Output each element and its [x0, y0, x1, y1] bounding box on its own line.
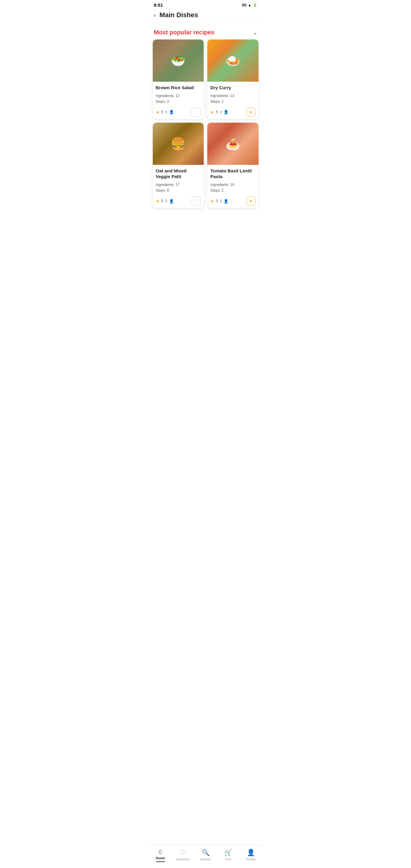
network-icon: 3G: [242, 3, 247, 7]
recipe-body: Dry Curry Ingredients: 13Steps: 2 ★ 5 1 …: [207, 82, 258, 119]
person-icon: 👤: [224, 110, 228, 114]
recipe-stats: ★ 5 1 👤: [210, 198, 228, 204]
section-header: Most popular recipes ⌄: [149, 23, 262, 39]
heart-icon: ♥: [250, 198, 252, 204]
recipe-image-oat-veggie: 🍔: [153, 123, 204, 165]
heart-icon: ♡: [194, 198, 198, 204]
recipe-body: Tomato Basil Lentil Pasta Ingredients: 1…: [207, 165, 258, 208]
person-icon: 👤: [169, 199, 174, 204]
rating-count: 5: [161, 110, 164, 114]
page-title: Main Dishes: [159, 11, 198, 19]
rating-count: 5: [216, 110, 218, 114]
recipe-stats: ★ 5 1 👤: [156, 110, 174, 115]
rating-count: 5: [161, 199, 164, 203]
favorite-button-dry-curry[interactable]: ♥: [247, 107, 255, 117]
recipes-grid: 🥗 Brown Rice Salad Ingredients: 12Steps:…: [149, 39, 262, 238]
recipe-name: Tomato Basil Lentil Pasta: [210, 168, 255, 180]
recipe-name: Brown Rice Salad: [156, 85, 201, 91]
battery-icon: 🔋: [253, 3, 257, 7]
favorite-button-oat-veggie-patti[interactable]: ♡: [192, 196, 201, 206]
chevron-down-icon[interactable]: ⌄: [253, 29, 257, 36]
recipe-emoji: 🍔: [153, 123, 204, 165]
header: ‹ Main Dishes: [149, 9, 262, 23]
recipe-meta: Ingredients: 12Steps: 3: [156, 93, 201, 104]
recipe-name: Dry Curry: [210, 85, 255, 91]
recipe-card-tomato-pasta[interactable]: 🍝 Tomato Basil Lentil Pasta Ingredients:…: [207, 123, 258, 208]
recipe-emoji: 🍛: [207, 39, 258, 82]
heart-icon: ♥: [250, 110, 252, 115]
recipe-emoji: 🥗: [153, 39, 204, 82]
recipe-meta: Ingredients: 13Steps: 2: [210, 93, 255, 104]
rating-sep: 1: [165, 199, 167, 203]
rating-sep: 1: [165, 110, 167, 114]
recipe-image-brown-rice-salad: 🥗: [153, 39, 204, 82]
status-icons: 3G ▲ 🔋: [242, 3, 257, 7]
recipe-emoji: 🍝: [207, 123, 258, 165]
stars-icon: ★: [156, 198, 160, 204]
signal-icon: ▲: [248, 3, 252, 7]
recipe-footer: ★ 5 1 👤 ♥: [210, 196, 255, 206]
stars-icon: ★: [210, 110, 214, 115]
rating-sep: 1: [220, 110, 222, 114]
status-time: 8:51: [154, 2, 163, 7]
person-icon: 👤: [169, 110, 174, 114]
recipe-name: Oat and Mixed Veggie Patti: [156, 168, 201, 180]
back-button[interactable]: ‹: [154, 12, 156, 19]
favorite-button-brown-rice-salad[interactable]: ♡: [192, 107, 201, 117]
recipe-card-brown-rice-salad[interactable]: 🥗 Brown Rice Salad Ingredients: 12Steps:…: [153, 39, 204, 119]
recipe-meta: Ingredients: 10Steps: 2: [210, 182, 255, 193]
recipe-card-oat-veggie-patti[interactable]: 🍔 Oat and Mixed Veggie Patti Ingredients…: [153, 123, 204, 208]
status-bar: 8:51 3G ▲ 🔋: [149, 0, 262, 9]
recipe-footer: ★ 5 1 👤 ♥: [210, 107, 255, 117]
recipe-card-dry-curry[interactable]: 🍛 Dry Curry Ingredients: 13Steps: 2 ★ 5 …: [207, 39, 258, 119]
recipe-image-dry-curry: 🍛: [207, 39, 258, 82]
recipe-body: Oat and Mixed Veggie Patti Ingredients: …: [153, 165, 204, 208]
recipe-footer: ★ 5 1 👤 ♡: [156, 196, 201, 206]
recipe-meta: Ingredients: 17Steps: 9: [156, 182, 201, 193]
recipe-stats: ★ 5 1 👤: [156, 198, 174, 204]
recipe-image-tomato-pasta: 🍝: [207, 123, 258, 165]
heart-icon: ♡: [194, 110, 198, 115]
recipe-stats: ★ 5 1 👤: [210, 110, 228, 115]
rating-sep: 1: [220, 199, 222, 203]
person-icon: 👤: [224, 199, 228, 204]
recipe-body: Brown Rice Salad Ingredients: 12Steps: 3…: [153, 82, 204, 119]
rating-count: 5: [216, 199, 218, 203]
stars-icon: ★: [210, 198, 214, 204]
stars-icon: ★: [156, 110, 160, 115]
recipe-footer: ★ 5 1 👤 ♡: [156, 107, 201, 117]
favorite-button-tomato-pasta[interactable]: ♥: [247, 196, 255, 206]
section-title: Most popular recipes: [154, 29, 215, 36]
